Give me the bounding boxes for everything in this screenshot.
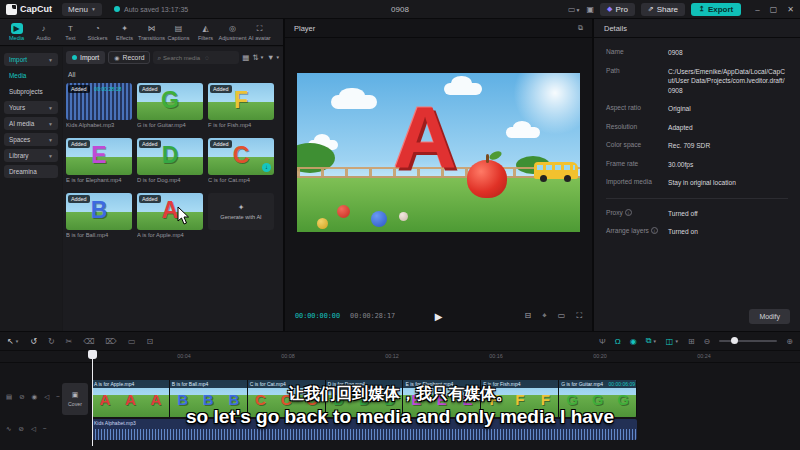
track-options-icon[interactable]: ▤ [6,393,12,401]
video-thumbnail: Added C ↓ [208,138,274,175]
nav-ai-media[interactable]: AI media ▼ [4,117,58,130]
tab-text[interactable]: T Text [57,23,84,41]
split-icon[interactable]: ✂ [66,337,73,346]
tab-media[interactable]: ▶ Media [3,23,30,41]
preview-quality-icon[interactable]: ⊟ [525,311,532,321]
pro-button[interactable]: ◆ Pro [600,3,635,16]
share-button[interactable]: ⇗ Share [641,3,685,16]
record-button[interactable]: ◉ Record [108,51,150,64]
video-thumbnail: Added E [66,138,132,175]
undo-icon[interactable]: ↺ [30,337,37,346]
clip-b-ball[interactable]: B is for Ball.mp4 BBB [170,380,248,417]
tab-transitions[interactable]: ⋈ Transitions [138,23,165,41]
video-preview[interactable]: A [297,73,580,232]
magnetic-snap-icon[interactable]: Ω [615,337,621,346]
maximize-button[interactable]: ▢ [770,5,778,14]
timeline-zoom-slider[interactable] [719,340,777,342]
waveform-track-icon[interactable]: ∿ [6,425,11,433]
mute-track-icon[interactable]: ◁ [31,425,36,433]
tab-ai-avatar[interactable]: ⛶ AI avatar [246,23,273,41]
pro-label: Pro [615,5,627,14]
redo-icon[interactable]: ↻ [48,337,55,346]
lock-icon[interactable]: ⊘ [19,393,24,401]
fullscreen-icon[interactable]: ⛶ [576,311,582,321]
lock-icon[interactable]: ⊘ [18,425,23,433]
zoom-out-icon[interactable]: ⊖ [704,337,711,346]
layout-toggle-icon[interactable]: ▭▼ [568,5,581,14]
crop-icon[interactable]: ⊡ [146,337,153,346]
snapshot-icon[interactable]: ⌖ [542,311,547,321]
menu-button[interactable]: Menu ▼ [62,3,102,16]
media-item-b-ball[interactable]: Added B B is for Ball.mp4 [66,193,132,238]
nav-dreamina[interactable]: Dreamina [4,165,58,178]
clip-e-elephant[interactable]: E is for Elephant.mp4 EEE [403,380,481,417]
tab-stickers[interactable]: ◔ Stickers [84,23,111,41]
import-button[interactable]: Import [66,51,105,64]
delete-right-icon[interactable]: ⌦ [106,337,117,346]
voiceover-mic-icon[interactable]: Ψ [599,337,606,346]
import-dot-icon [72,55,77,60]
playhead-handle[interactable] [88,350,97,359]
clip-d-dog[interactable]: D is for Dog.mp4 DDD [326,380,404,417]
generate-with-ai-tile[interactable]: ✦ Generate with AI [208,193,274,238]
zoom-slider-knob[interactable] [731,337,738,344]
media-item-e-elephant[interactable]: Added E E is for Elephant.mp4 [66,138,132,183]
info-icon[interactable]: i [625,209,632,216]
export-button[interactable]: ↥ Export [691,3,741,16]
nav-import[interactable]: Import ▼ [4,53,58,66]
filter-icon[interactable]: ▼▼ [267,53,280,62]
media-item-a-apple[interactable]: Added A A is for Apple.mp4 [137,193,203,238]
ratio-icon[interactable]: ▭ [558,311,566,321]
grid-view-icon[interactable]: ▦ [242,53,249,62]
clip-c-cat[interactable]: C is for Cat.mp4 CCC [248,380,326,417]
timeline-panel: ↖▼ ↺ ↻ ✂ ⌫ ⌦ ▭ ⊡ Ψ Ω ◉ ⧉▼ ◫▼ ⊞ ⊖ ⊕ [0,332,800,450]
media-item-c-cat[interactable]: Added C ↓ C is for Cat.mp4 [208,138,274,183]
search-input[interactable] [163,55,203,61]
audio-track-clip[interactable]: Kids Alphabet.mp3 [92,419,637,440]
hide-track-icon[interactable]: ◉ [32,393,38,401]
nav-media[interactable]: Media [4,69,58,82]
filter-all-label[interactable]: All [68,71,280,78]
info-icon[interactable]: i [651,227,658,234]
nav-subprojects[interactable]: Subprojects [4,85,58,98]
media-item-kids-alphabet[interactable]: Added 00:00:28:18 Kids Alphabet.mp3 [66,83,132,128]
search-box[interactable]: ⌕ ◌ [153,51,239,64]
nav-yours[interactable]: Yours ▼ [4,101,58,114]
video-thumbnail: Added D [137,138,203,175]
linking-icon[interactable]: ⧉▼ [646,336,657,346]
play-button[interactable]: ▶ [435,311,443,322]
tab-adjustment[interactable]: ◎ Adjustment [219,23,246,41]
nav-library[interactable]: Library ▼ [4,149,58,162]
search-by-image-icon[interactable]: ◌ [205,54,209,61]
close-button[interactable]: ✕ [787,5,794,14]
cover-button[interactable]: ▣ Cover [62,383,88,415]
select-tool-icon[interactable]: ↖▼ [7,337,19,346]
tab-captions[interactable]: ▤ Captions [165,23,192,41]
collapse-track-icon[interactable]: − [43,425,47,433]
tab-effects[interactable]: ✦ Effects [111,23,138,41]
modify-button[interactable]: Modify [749,309,790,324]
collapse-track-icon[interactable]: − [56,393,60,401]
player-options-icon[interactable]: ⧉ [578,24,583,32]
auto-ripple-icon[interactable]: ◉ [630,337,637,346]
delete-left-icon[interactable]: ⌫ [83,337,94,346]
nav-spaces[interactable]: Spaces ▼ [4,133,58,146]
media-item-d-dog[interactable]: Added D D is for Dog.mp4 [137,138,203,183]
delete-icon[interactable]: ▭ [128,337,136,346]
minimize-button[interactable]: – [755,5,759,14]
sort-icon[interactable]: ⇅▼ [252,53,264,62]
clip-a-apple[interactable]: A is for Apple.mp4 AAA [92,380,170,417]
zoom-in-icon[interactable]: ⊕ [786,337,793,346]
detail-row-proxy: Proxyi Turned off [606,209,788,219]
media-item-f-fish[interactable]: Added F F is for Fish.mp4 [208,83,274,128]
media-item-g-guitar[interactable]: Added G G is for Guitar.mp4 [137,83,203,128]
preview-snap-icon[interactable]: ◫▼ [666,337,679,346]
preview-axis-icon[interactable]: ⊞ [688,337,695,346]
tab-filters[interactable]: ◭ Filters [192,23,219,41]
panel-layout-icon[interactable]: ▣ [586,5,594,14]
timeline-ruler[interactable]: 00:04 00:08 00:12 00:16 00:20 00:24 [0,351,800,363]
tab-audio[interactable]: ♪ Audio [30,23,57,41]
mute-track-icon[interactable]: ◁ [44,393,49,401]
clip-f-fish[interactable]: F is for Fish.mp4 FFF [481,380,559,417]
export-label: Export [708,5,733,14]
